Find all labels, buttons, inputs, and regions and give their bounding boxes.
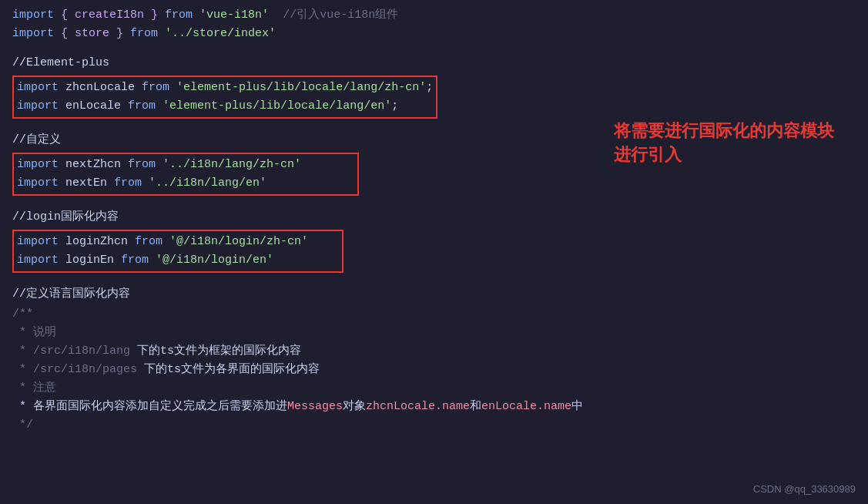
jsdoc-note: * 注意: [12, 379, 856, 398]
section3-label: //login国际化内容: [12, 208, 856, 227]
box2-line2: import nextEn from '../i18n/lang/en': [17, 174, 354, 193]
section4-label: //定义语言国际化内容: [12, 285, 856, 304]
box1-line1: import zhcnLocale from 'element-plus/lib…: [17, 79, 433, 97]
box2: import nextZhcn from '../i18n/lang/zh-cn…: [12, 153, 359, 196]
box3: import loginZhcn from '@/i18n/login/zh-c…: [12, 230, 344, 273]
import-kw-2: import: [12, 27, 54, 40]
box2-line1: import nextZhcn from '../i18n/lang/zh-cn…: [17, 156, 354, 174]
brace-1: { createI18n }: [61, 8, 158, 22]
from-kw-1: from: [165, 8, 193, 22]
from-kw-2: from: [130, 27, 158, 40]
jsdoc-line3: * /src/i18n/lang 下的ts文件为框架的国际化内容: [12, 342, 856, 361]
import-kw-1: import: [12, 8, 54, 22]
str-2: '../store/index': [165, 27, 276, 40]
code-line-2: import { store } from '../store/index': [12, 25, 856, 43]
code-line-1: import { createI18n } from 'vue-i18n' //…: [12, 6, 856, 25]
box1: import zhcnLocale from 'element-plus/lib…: [12, 76, 437, 119]
comment-1: //引入vue-i18n组件: [283, 8, 398, 22]
jsdoc-line6: * 各界面国际化内容添加自定义完成之后需要添加进Messages对象zhcnLo…: [12, 398, 856, 416]
jsdoc-open: /**: [12, 305, 856, 324]
jsdoc-line4: * /src/i18n/pages 下的ts文件为各界面的国际化内容: [12, 361, 856, 379]
str-1: 'vue-i18n': [199, 8, 269, 22]
jsdoc-close: */: [12, 416, 856, 435]
credit-text: CSDN @qq_33630989: [753, 482, 856, 498]
brace-2: { store }: [61, 27, 123, 40]
section1-label: //Element-plus: [12, 54, 856, 72]
box3-line1: import loginZhcn from '@/i18n/login/zh-c…: [17, 233, 339, 251]
box1-line2: import enLocale from 'element-plus/lib/l…: [17, 97, 433, 116]
box3-line2: import loginEn from '@/i18n/login/en': [17, 251, 339, 270]
annotation-text: 将需要进行国际化的内容模块进行引入: [614, 119, 845, 167]
jsdoc-desc: * 说明: [12, 324, 856, 342]
code-area: import { createI18n } from 'vue-i18n' //…: [0, 0, 868, 441]
